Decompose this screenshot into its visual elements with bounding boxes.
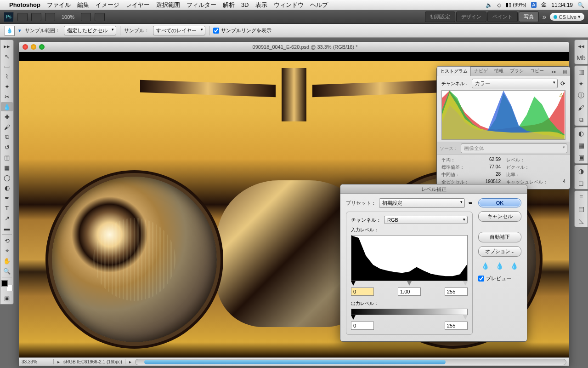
more-icon[interactable]: » bbox=[543, 13, 547, 21]
ps-logo-icon[interactable]: Ps bbox=[4, 12, 14, 22]
3d-camera-icon[interactable]: ⌖ bbox=[1, 246, 13, 255]
channel-select[interactable]: RGB bbox=[384, 216, 468, 224]
document-titlebar[interactable]: 090918_0041_E-620.psd @ 33.3% (RGB/16) * bbox=[19, 42, 569, 52]
output-slider[interactable] bbox=[351, 315, 468, 321]
collapse-icon[interactable]: ▸▸ bbox=[1, 41, 13, 51]
crop-tool-icon[interactable]: ✂ bbox=[1, 92, 13, 101]
input-slider[interactable] bbox=[351, 281, 468, 287]
warning-icon[interactable]: ⚠ bbox=[559, 92, 564, 98]
marquee-tool-icon[interactable]: ▭ bbox=[1, 62, 13, 71]
current-tool-icon[interactable]: 💧 bbox=[5, 26, 15, 36]
sample-range-select[interactable]: 指定したピクセル bbox=[64, 26, 116, 35]
bridge-icon[interactable] bbox=[17, 13, 28, 21]
menu-layer[interactable]: レイヤー bbox=[126, 1, 150, 9]
volume-icon[interactable]: 🔈 bbox=[486, 2, 492, 8]
battery-status[interactable]: ▮▯ (99%) bbox=[506, 2, 526, 8]
gradient-tool-icon[interactable]: ▦ bbox=[1, 163, 13, 172]
stamp-tool-icon[interactable]: ⧉ bbox=[1, 132, 13, 142]
adjustments-panel-icon[interactable]: ◑ bbox=[577, 167, 585, 175]
eraser-tool-icon[interactable]: ◫ bbox=[1, 153, 13, 162]
white-point-picker-icon[interactable]: 💧 bbox=[510, 262, 518, 270]
menu-file[interactable]: ファイル bbox=[47, 1, 71, 9]
arrange-icon[interactable] bbox=[81, 13, 91, 21]
tab-brush[interactable]: ブラシ bbox=[507, 66, 527, 76]
blur-tool-icon[interactable]: ◯ bbox=[1, 173, 13, 182]
workspace-photo[interactable]: 写真 bbox=[519, 12, 539, 22]
color-swatches[interactable] bbox=[1, 280, 12, 291]
status-zoom[interactable]: 33.33% bbox=[22, 359, 54, 364]
highlight-slider-handle[interactable] bbox=[463, 281, 468, 286]
cslive-button[interactable]: CS Live ▾ bbox=[550, 13, 584, 21]
auto-button[interactable]: 自動補正 bbox=[478, 232, 521, 242]
swatches-panel-icon[interactable]: ▦ bbox=[577, 141, 585, 150]
channel-select[interactable]: カラー bbox=[472, 79, 558, 88]
paths-panel-icon[interactable]: ◺ bbox=[577, 217, 585, 225]
dropdown-icon[interactable]: ▾ bbox=[18, 28, 21, 34]
menu-3d[interactable]: 3D bbox=[241, 1, 249, 8]
screen-mode-icon[interactable] bbox=[45, 13, 55, 21]
menu-analysis[interactable]: 解析 bbox=[223, 1, 235, 9]
input-highlight-field[interactable] bbox=[445, 288, 468, 296]
refresh-icon[interactable]: ⟳ bbox=[560, 80, 565, 87]
move-tool-icon[interactable]: ↖ bbox=[1, 52, 13, 61]
quickmask-icon[interactable]: ▣ bbox=[1, 293, 13, 303]
workspace-essentials[interactable]: 初期設定 bbox=[425, 12, 455, 22]
status-profile[interactable]: sRGB IEC61966-2.1 (16bpc) bbox=[63, 359, 125, 364]
brush-panel-icon[interactable]: 🖌 bbox=[577, 104, 585, 112]
menu-edit[interactable]: 編集 bbox=[77, 1, 89, 9]
menu-image[interactable]: イメージ bbox=[96, 1, 119, 9]
menu-help[interactable]: ヘルプ bbox=[310, 1, 328, 9]
dodge-tool-icon[interactable]: ◐ bbox=[1, 183, 13, 192]
wifi-icon[interactable]: ◇ bbox=[497, 2, 501, 8]
histogram-panel-icon[interactable]: ▥ bbox=[577, 68, 585, 76]
tab-histogram[interactable]: ヒストグラム bbox=[437, 66, 471, 76]
info-panel-icon[interactable]: ⓘ bbox=[577, 92, 585, 100]
output-high-field[interactable] bbox=[445, 322, 468, 330]
color-panel-icon[interactable]: ◐ bbox=[577, 129, 585, 138]
zoom-display[interactable]: 100% bbox=[62, 14, 74, 20]
cancel-button[interactable]: キャンセル bbox=[478, 211, 521, 222]
input-midtone-field[interactable] bbox=[398, 288, 421, 296]
panel-menu-icon[interactable]: ▤ bbox=[560, 67, 570, 76]
output-low-handle[interactable] bbox=[351, 315, 356, 320]
hand-tool-icon[interactable]: ✋ bbox=[1, 256, 13, 265]
preset-select[interactable]: 初期設定 bbox=[379, 198, 465, 208]
shape-tool-icon[interactable]: ▬ bbox=[1, 224, 13, 233]
options-button[interactable]: オプション... bbox=[478, 246, 521, 257]
midtone-slider-handle[interactable] bbox=[407, 281, 412, 286]
shadow-slider-handle[interactable] bbox=[351, 281, 356, 286]
channels-panel-icon[interactable]: ▤ bbox=[577, 205, 585, 213]
zoom-window-icon[interactable] bbox=[39, 44, 45, 50]
h-scrollbar[interactable] bbox=[135, 359, 566, 365]
eyedropper-tool-icon[interactable]: 💧 bbox=[1, 102, 13, 111]
panel-more-icon[interactable]: ▸▸ bbox=[548, 67, 560, 76]
lasso-tool-icon[interactable]: ⌇ bbox=[1, 72, 13, 81]
workspace-paint[interactable]: ペイント bbox=[487, 12, 518, 22]
path-tool-icon[interactable]: ↗ bbox=[1, 213, 13, 223]
menu-filter[interactable]: フィルター bbox=[187, 1, 216, 9]
sample-ring-checkbox[interactable]: サンプルリングを表示 bbox=[213, 27, 271, 34]
3d-rotate-icon[interactable]: ⟲ bbox=[1, 236, 13, 245]
screen-icon[interactable] bbox=[95, 13, 105, 21]
app-name[interactable]: Photoshop bbox=[9, 1, 40, 8]
minibridge-icon[interactable] bbox=[31, 13, 41, 21]
sample-layers-select[interactable]: すべてのレイヤー bbox=[153, 26, 205, 35]
tab-info[interactable]: 情報 bbox=[491, 66, 507, 76]
navigator-panel-icon[interactable]: ✦ bbox=[577, 80, 585, 88]
menu-view[interactable]: 表示 bbox=[255, 1, 267, 9]
black-point-picker-icon[interactable]: 💧 bbox=[481, 262, 489, 270]
tab-navigator[interactable]: ナビゲ bbox=[471, 66, 491, 76]
close-icon[interactable] bbox=[23, 44, 28, 50]
output-high-handle[interactable] bbox=[463, 315, 468, 320]
ime-indicator[interactable]: A bbox=[531, 2, 537, 8]
menu-select[interactable]: 選択範囲 bbox=[156, 1, 180, 9]
gray-point-picker-icon[interactable]: 💧 bbox=[496, 262, 503, 270]
minimize-icon[interactable] bbox=[31, 44, 36, 50]
zoom-tool-icon[interactable]: 🔍 bbox=[1, 266, 13, 276]
masks-panel-icon[interactable]: ◻ bbox=[577, 179, 585, 187]
type-tool-icon[interactable]: T bbox=[1, 203, 13, 213]
output-low-field[interactable] bbox=[351, 322, 374, 330]
workspace-design[interactable]: デザイン bbox=[456, 12, 486, 22]
brush-tool-icon[interactable]: 🖌 bbox=[1, 122, 13, 132]
dialog-title[interactable]: レベル補正 bbox=[340, 184, 527, 194]
